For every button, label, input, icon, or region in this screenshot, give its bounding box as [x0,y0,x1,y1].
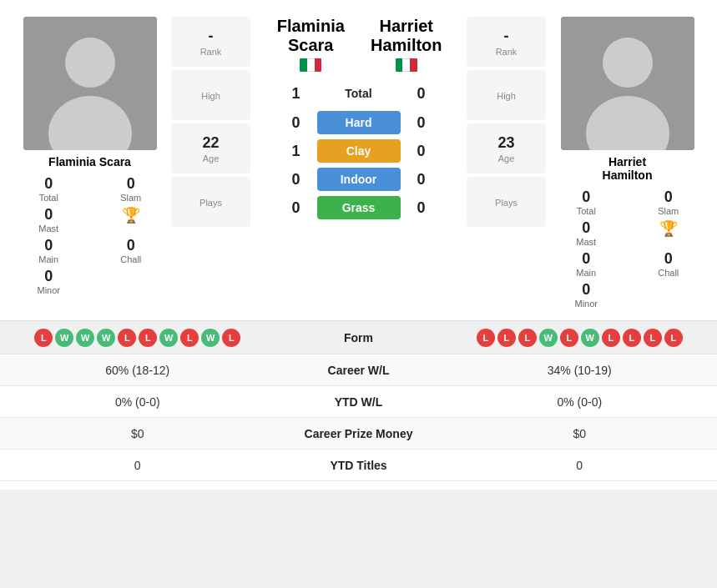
p1-hard-score: 0 [275,114,317,132]
p2-main-label: Main [576,268,596,278]
p2-high-box: High [467,70,546,120]
flag-green2 [396,58,403,72]
p1-high-box: High [171,70,250,120]
right-stats-col: - Rank High 23 Age Plays [467,17,546,227]
p1-minor-label: Minor [37,285,60,295]
form-badge-l: L [180,329,199,347]
p2-rank-box: - Rank [467,17,546,67]
player2-avatar [561,17,694,150]
p1-mast-label: Mast [38,224,58,234]
prize-label: Career Prize Money [275,427,442,440]
p2-high-label: High [497,91,516,101]
p1-flag-it [300,58,321,72]
player2-card: Harriet Hamilton 0 Total 0 Slam 0 Mast 🏆 [550,17,704,309]
form-badge-l: L [623,329,641,347]
form-badge-l: L [477,329,495,347]
p2-indoor-score: 0 [401,171,442,188]
p1-main-stat: 0 Main [13,237,85,264]
p1-ytd-titles: 0 [0,459,275,472]
player1-name: Flaminia Scara [48,155,131,168]
p2-header-name: Harriet Hamilton [359,17,455,72]
form-badge-l: L [34,329,53,347]
form-badge-w: W [55,329,73,347]
p1-form-badges: LWWWLLWLWL [0,329,275,347]
surface-section: 1 Total 0 0 Hard 0 1 Clay 0 0 [255,78,462,222]
p1-rank-box: - Rank [171,17,250,67]
total-row: 1 Total 0 [255,78,462,108]
p1-plays-box: Plays [171,177,250,227]
p2-clay-score: 0 [401,143,442,160]
form-badge-l: L [518,329,537,347]
flag-white2 [402,58,410,72]
ytd-wl-row: 0% (0-0) YTD W/L 0% (0-0) [0,386,717,418]
p2-main-value: 0 [582,250,590,268]
p2-name-line2: Hamilton [603,168,653,182]
indoor-row: 0 Indoor 0 [255,165,462,193]
player-headers: Flaminia Scara Harriet Hamilton [255,17,462,72]
hard-badge: Hard [317,111,401,134]
form-badge-l: L [644,329,662,347]
career-wl-label: Career W/L [275,364,442,377]
form-label: Form [275,331,442,344]
p2-total-label: Total [577,206,596,216]
p1-mast-value: 0 [44,206,53,224]
p1-chall-label: Chall [120,254,141,264]
form-badge-w: W [97,329,115,347]
p2-total-score: 0 [401,85,442,103]
form-badge-w: W [201,329,220,347]
flag-red2 [410,58,417,72]
p1-age-label: Age [203,153,220,163]
p2-age-value: 23 [497,134,514,152]
p1-mast-stat: 0 Mast [13,206,85,234]
flag-white [307,58,315,72]
p2-trophy: 🏆 [633,219,705,247]
p2-mast-stat: 0 Mast [550,219,623,247]
p2-flag [359,58,455,72]
p2-career-wl: 34% (10-19) [442,364,718,377]
flag-green [300,58,307,72]
p2-main-stat: 0 Main [550,250,623,278]
p1-age-value: 22 [202,134,219,152]
p1-indoor-score: 0 [275,171,317,188]
p1-trophy-icon: 🏆 [122,206,140,224]
p1-main-value: 0 [44,237,53,254]
form-badge-l: L [497,329,516,347]
p2-minor-stat: 0 Minor [550,281,623,309]
form-badge-l: L [139,329,157,347]
svg-point-1 [65,38,115,88]
grass-badge: Grass [317,196,401,219]
career-wl-row: 60% (18-12) Career W/L 34% (10-19) [0,354,717,386]
p1-chall-stat: 0 Chall [95,237,168,264]
p1-total-score: 1 [275,85,317,103]
p2-flag-it [396,58,417,72]
player1-card: Flaminia Scara 0 Total 0 Slam 0 Mast 🏆 [13,17,167,295]
form-badge-l: L [222,329,240,347]
form-badge-w: W [581,329,599,347]
clay-row: 1 Clay 0 [255,137,462,165]
p2-plays-label: Plays [495,198,518,208]
p2-header-text1: Harriet [359,17,455,36]
form-row: LWWWLLWLWL Form LLLWLWLLLL [0,321,717,354]
hard-row: 0 Hard 0 [255,108,462,137]
p1-trophy: 🏆 [95,206,168,234]
p1-plays-label: Plays [199,198,222,208]
main-container: Flaminia Scara 0 Total 0 Slam 0 Mast 🏆 [0,0,717,490]
ytd-titles-row: 0 YTD Titles 0 [0,450,717,481]
p2-total-stat: 0 Total [550,188,623,216]
clay-badge: Clay [317,139,401,163]
bottom-section: LWWWLLWLWL Form LLLWLWLLLL 60% (18-12) C… [0,320,717,481]
p2-trophy-icon: 🏆 [659,219,678,238]
p2-slam-stat: 0 Slam [633,188,705,216]
p1-age-box: 22 Age [171,123,250,173]
form-badge-w: W [539,329,558,347]
p1-minor-stat: 0 Minor [13,268,85,295]
ytd-wl-label: YTD W/L [275,395,442,409]
p2-mast-label: Mast [576,237,596,247]
player2-stats: 0 Total 0 Slam 0 Mast 🏆 0 Main [550,188,704,309]
p1-high-label: High [201,91,220,101]
p2-mast-value: 0 [582,219,590,237]
p2-rank-value: - [504,28,509,45]
p2-plays-box: Plays [467,177,546,227]
p2-form-badges: LLLWLWLLLL [442,329,718,347]
p2-grass-score: 0 [401,199,442,217]
